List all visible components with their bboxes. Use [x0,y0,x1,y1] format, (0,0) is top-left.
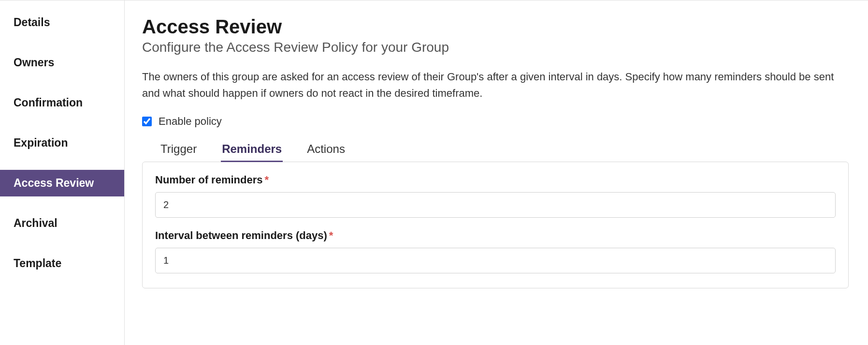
enable-policy-checkbox[interactable] [142,117,152,126]
page-description: The owners of this group are asked for a… [142,69,849,102]
enable-policy-row: Enable policy [142,115,849,128]
required-marker: * [329,229,333,241]
sidebar-item-owners[interactable]: Owners [0,49,124,76]
sidebar-item-confirmation[interactable]: Confirmation [0,90,124,116]
main-content: Access Review Configure the Access Revie… [125,0,868,345]
tabs: Trigger Reminders Actions [142,139,849,162]
sidebar-item-expiration[interactable]: Expiration [0,130,124,156]
interval-between-reminders-label: Interval between reminders (days)* [155,229,836,242]
sidebar-item-template[interactable]: Template [0,250,124,277]
number-of-reminders-input[interactable] [155,192,836,218]
sidebar-item-archival[interactable]: Archival [0,210,124,237]
page-subtitle: Configure the Access Review Policy for y… [142,40,849,55]
tab-trigger[interactable]: Trigger [159,139,198,162]
page-title: Access Review [142,16,849,38]
sidebar-item-details[interactable]: Details [0,9,124,36]
sidebar-item-access-review[interactable]: Access Review [0,170,124,196]
sidebar: Details Owners Confirmation Expiration A… [0,0,125,345]
tab-actions[interactable]: Actions [306,139,346,162]
required-marker: * [265,174,269,186]
reminders-panel: Number of reminders* Interval between re… [142,162,849,288]
tab-reminders[interactable]: Reminders [221,139,283,162]
interval-between-reminders-input[interactable] [155,248,836,273]
number-of-reminders-label: Number of reminders* [155,174,836,186]
enable-policy-label: Enable policy [159,115,222,128]
